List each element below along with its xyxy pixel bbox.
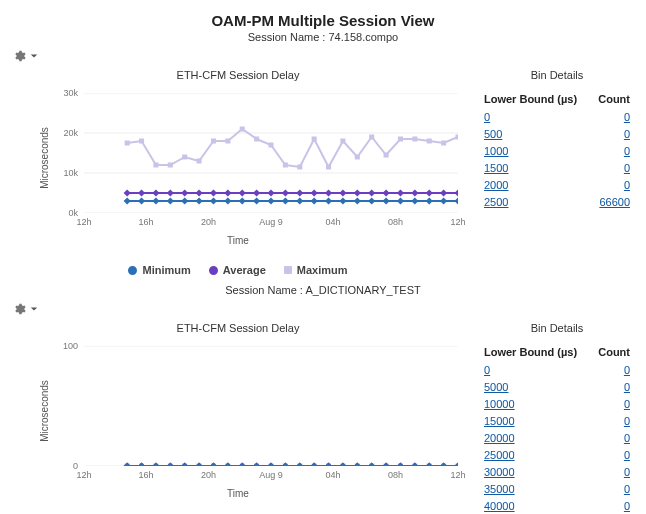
svg-rect-67 <box>339 197 346 204</box>
bin-lower-link[interactable]: 30000 <box>484 464 515 481</box>
chevron-down-icon <box>30 52 38 60</box>
svg-rect-70 <box>383 197 390 204</box>
legend-label: Minimum <box>142 264 190 276</box>
page-title: OAM-PM Multiple Session View <box>8 12 638 29</box>
bin-row: 350000 <box>476 481 638 498</box>
bin-lower-link[interactable]: 1000 <box>484 143 508 160</box>
session-2-name: Session Name : A_DICTIONARY_TEST <box>8 284 638 296</box>
bin-count-link[interactable]: 0 <box>624 464 630 481</box>
svg-rect-13 <box>254 137 259 142</box>
bin-count-link[interactable]: 0 <box>624 379 630 396</box>
legend-min[interactable]: Minimum <box>128 264 190 276</box>
svg-rect-36 <box>239 189 246 196</box>
chart-2: Microseconds 0 100 12h 16h 20h Aug 9 04h <box>8 336 468 486</box>
svg-rect-49 <box>426 189 433 196</box>
svg-rect-23 <box>398 137 403 142</box>
svg-rect-4 <box>125 141 130 146</box>
svg-rect-43 <box>339 189 346 196</box>
svg-rect-44 <box>354 189 361 196</box>
bin-row: 300000 <box>476 464 638 481</box>
bin-row: 15000 <box>476 160 638 177</box>
svg-rect-25 <box>427 139 432 144</box>
bin-lower-link[interactable]: 1500 <box>484 160 508 177</box>
bin-count-link[interactable]: 0 <box>624 160 630 177</box>
svg-rect-14 <box>268 143 273 148</box>
legend-label: Average <box>223 264 266 276</box>
bin-lower-link[interactable]: 0 <box>484 109 490 126</box>
svg-rect-40 <box>296 189 303 196</box>
bin-lower-link[interactable]: 40000 <box>484 498 515 514</box>
svg-rect-11 <box>225 139 230 144</box>
gear-icon <box>12 302 26 316</box>
svg-rect-32 <box>181 189 188 196</box>
session-name-prefix: Session Name : <box>225 284 305 296</box>
chart-1-title: ETH-CFM Session Delay <box>8 69 468 81</box>
bin-count-link[interactable]: 0 <box>624 177 630 194</box>
svg-rect-28 <box>124 189 131 196</box>
svg-rect-149 <box>454 462 458 466</box>
xtick: 12h <box>450 217 465 227</box>
bin-lower-link[interactable]: 35000 <box>484 481 515 498</box>
bin-count-link[interactable]: 0 <box>624 362 630 379</box>
svg-rect-30 <box>152 189 159 196</box>
xtick: 12h <box>76 217 91 227</box>
chart-2-menu[interactable] <box>12 302 638 316</box>
svg-rect-41 <box>311 189 318 196</box>
legend-max[interactable]: Maximum <box>284 264 348 276</box>
svg-rect-74 <box>440 197 447 204</box>
session-name-prefix: Session Name : <box>248 31 329 43</box>
bin-count-link[interactable]: 0 <box>624 396 630 413</box>
svg-rect-50 <box>440 189 447 196</box>
svg-rect-66 <box>325 197 332 204</box>
chart-2-xlabel: Time <box>8 488 468 499</box>
bin-head-count: Count <box>598 346 630 358</box>
bin-lower-link[interactable]: 20000 <box>484 430 515 447</box>
xtick: 04h <box>326 217 341 227</box>
bin-lower-link[interactable]: 500 <box>484 126 502 143</box>
bin-row: 00 <box>476 362 638 379</box>
ytick: 100 <box>52 341 78 351</box>
xtick: 08h <box>388 217 403 227</box>
xtick: 16h <box>139 217 154 227</box>
svg-rect-58 <box>210 197 217 204</box>
svg-rect-31 <box>167 189 174 196</box>
bin-lower-link[interactable]: 2500 <box>484 194 508 211</box>
svg-rect-61 <box>253 197 260 204</box>
svg-rect-8 <box>182 155 187 160</box>
bin-lower-link[interactable]: 25000 <box>484 447 515 464</box>
bin-count-link[interactable]: 0 <box>624 430 630 447</box>
xtick: 20h <box>201 470 216 480</box>
bin-count-link[interactable]: 66600 <box>599 194 630 211</box>
bin-lower-link[interactable]: 10000 <box>484 396 515 413</box>
bin-count-link[interactable]: 0 <box>624 447 630 464</box>
chart-2-ylabel: Microseconds <box>39 380 50 442</box>
xtick: Aug 9 <box>259 217 283 227</box>
chart-1-xlabel: Time <box>8 235 468 246</box>
xtick: Aug 9 <box>259 470 283 480</box>
bin-lower-link[interactable]: 15000 <box>484 413 515 430</box>
xtick: 08h <box>388 470 403 480</box>
ytick: 0k <box>52 208 78 218</box>
svg-rect-51 <box>454 189 458 196</box>
svg-rect-62 <box>267 197 274 204</box>
session-name-value: 74.158.compo <box>328 31 398 43</box>
svg-rect-68 <box>354 197 361 204</box>
legend-avg[interactable]: Average <box>209 264 266 276</box>
bin-lower-link[interactable]: 5000 <box>484 379 508 396</box>
bin-row: 20000 <box>476 177 638 194</box>
svg-rect-57 <box>196 197 203 204</box>
bin-count-link[interactable]: 0 <box>624 109 630 126</box>
bin-count-link[interactable]: 0 <box>624 126 630 143</box>
bin-count-link[interactable]: 0 <box>624 143 630 160</box>
bin-count-link[interactable]: 0 <box>624 413 630 430</box>
bin-count-link[interactable]: 0 <box>624 498 630 514</box>
bin-2-head: Lower Bound (µs) Count <box>476 344 638 362</box>
ytick: 30k <box>52 88 78 98</box>
xtick: 12h <box>76 470 91 480</box>
svg-rect-47 <box>397 189 404 196</box>
bin-count-link[interactable]: 0 <box>624 481 630 498</box>
bin-lower-link[interactable]: 0 <box>484 362 490 379</box>
chart-1-menu[interactable] <box>12 49 638 63</box>
svg-rect-33 <box>196 189 203 196</box>
bin-lower-link[interactable]: 2000 <box>484 177 508 194</box>
